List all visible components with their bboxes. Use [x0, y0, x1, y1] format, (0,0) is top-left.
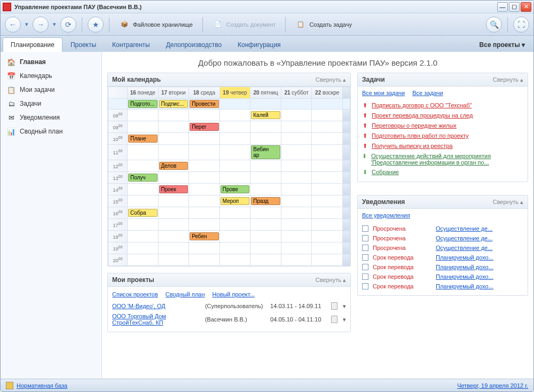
- cal-event[interactable]: Прове: [221, 185, 250, 193]
- notification-link[interactable]: Планируемый дохо...: [436, 273, 523, 280]
- tasks-collapse[interactable]: Свернуть ▴: [493, 76, 523, 83]
- minimize-button[interactable]: —: [497, 2, 508, 12]
- cal-day-header[interactable]: 19 четвер: [219, 87, 250, 99]
- notification-status[interactable]: Срок перевода: [373, 283, 431, 289]
- notification-link[interactable]: Осуществление де...: [436, 225, 523, 232]
- back-history-dropdown[interactable]: ▾: [23, 17, 30, 33]
- cal-day-header[interactable]: 21 суббот: [281, 87, 312, 99]
- notification-link[interactable]: Осуществление де...: [436, 235, 523, 241]
- notification-link[interactable]: Планируемый дохо...: [436, 264, 523, 270]
- notification-status[interactable]: Срок перевода: [373, 273, 431, 280]
- notification-checkbox[interactable]: [362, 273, 368, 280]
- back-button[interactable]: ←: [5, 17, 21, 33]
- notification-checkbox[interactable]: [362, 235, 368, 241]
- project-chart-icon[interactable]: [331, 316, 337, 323]
- cal-event[interactable]: Перег: [190, 123, 219, 131]
- tab-documents[interactable]: Делопроизводство: [158, 37, 230, 52]
- cal-day-header[interactable]: 20 пятниц: [250, 87, 281, 99]
- favorites-button[interactable]: ★: [88, 17, 104, 33]
- tasks-all-link[interactable]: Все задачи: [412, 90, 443, 96]
- cal-event[interactable]: Проек: [159, 185, 189, 193]
- notification-link[interactable]: Планируемый дохо...: [436, 254, 523, 261]
- sidebar-item-calendar[interactable]: 📅Календарь: [1, 69, 101, 83]
- notification-link[interactable]: Осуществление де...: [436, 245, 523, 251]
- notification-status[interactable]: Просрочена: [373, 225, 431, 232]
- projects-list-link[interactable]: Список проектов: [112, 291, 158, 297]
- project-chart-icon[interactable]: [331, 302, 337, 310]
- cal-day-header[interactable]: 17 вторни: [158, 87, 189, 99]
- task-link[interactable]: Собрание: [372, 169, 399, 175]
- project-dropdown-icon[interactable]: ▾: [343, 303, 346, 310]
- cal-allday-event[interactable]: Провести: [190, 100, 219, 108]
- cal-event[interactable]: Вебинар: [251, 145, 280, 159]
- tab-planning[interactable]: Планирование: [3, 37, 62, 52]
- cal-day-header[interactable]: 22 воскре: [312, 87, 343, 99]
- search-button[interactable]: 🔍: [486, 17, 502, 33]
- task-link[interactable]: Осуществление действий для мероприятия '…: [371, 153, 523, 166]
- project-name-link[interactable]: ООО 'М-Видео', ОД: [112, 303, 200, 309]
- priority-arrow-icon: ⬆: [362, 143, 367, 150]
- task-link[interactable]: Получить выписку из реестра: [372, 143, 453, 149]
- tab-config[interactable]: Конфигурация: [230, 37, 289, 52]
- notification-link[interactable]: Планируемый дохо...: [436, 283, 523, 289]
- cal-event[interactable]: Делов: [159, 162, 189, 170]
- projects-collapse[interactable]: Свернуть ▴: [316, 277, 346, 284]
- cal-event[interactable]: Плане: [128, 135, 158, 143]
- cal-event[interactable]: Собра: [128, 209, 158, 217]
- cal-event[interactable]: Ребен: [190, 232, 219, 240]
- cal-day-header[interactable]: 18 среда: [189, 87, 220, 99]
- project-name-link[interactable]: ООО Торговый Дом СтройТехСнаб, КП: [112, 313, 200, 326]
- normbase-link[interactable]: Нормативная база: [17, 382, 67, 389]
- notification-status[interactable]: Просрочена: [373, 235, 431, 241]
- notification-status[interactable]: Просрочена: [373, 245, 431, 251]
- notification-checkbox[interactable]: [362, 245, 368, 251]
- sidebar-item-mytasks[interactable]: 📋Мои задачи: [1, 83, 101, 97]
- sidebar-item-tasks[interactable]: 🗂Задачи: [1, 97, 101, 111]
- tab-contractors[interactable]: Контрагенты: [104, 37, 158, 52]
- notification-checkbox[interactable]: [362, 225, 368, 232]
- notification-status[interactable]: Срок перевода: [373, 264, 431, 270]
- notif-all-link[interactable]: Все уведомления: [362, 212, 410, 218]
- projects-new-link[interactable]: Новый проект...: [213, 291, 255, 297]
- cal-hour-label: 1600: [108, 207, 128, 219]
- notification-checkbox[interactable]: [362, 254, 368, 261]
- tasks-mine-link[interactable]: Все мои задачи: [362, 90, 405, 96]
- notification-checkbox[interactable]: [362, 264, 368, 270]
- create-task-button[interactable]: 📋 Создать задачу: [291, 17, 356, 32]
- project-dropdown-icon[interactable]: ▾: [343, 316, 346, 323]
- cal-event[interactable]: Калей: [251, 111, 280, 119]
- close-button[interactable]: ✕: [521, 2, 531, 12]
- maximize-button[interactable]: ▢: [509, 2, 520, 12]
- fullscreen-button[interactable]: ⛶: [513, 17, 529, 33]
- notification-status[interactable]: Срок перевода: [373, 254, 431, 261]
- status-date[interactable]: Четверг, 19 апреля 2012 г.: [457, 382, 528, 389]
- welcome-heading: Добро пожаловать в «Управление проектами…: [107, 56, 528, 73]
- calendar-collapse[interactable]: Свернуть ▴: [316, 76, 346, 83]
- task-link[interactable]: Подписать договор с ООО "Техснаб": [372, 102, 472, 108]
- cal-allday-event[interactable]: Подгото...: [128, 100, 158, 108]
- task-link[interactable]: Переговоры о передаче жилых: [372, 122, 457, 129]
- sidebar-item-home[interactable]: 🏠Главная: [1, 55, 101, 69]
- priority-arrow-icon: ⬆: [362, 132, 367, 139]
- projects-plan-link[interactable]: Сводный план: [166, 291, 205, 297]
- notification-row: Срок переводаПланируемый дохо...: [362, 281, 523, 291]
- tab-projects[interactable]: Проекты: [62, 37, 104, 52]
- forward-history-dropdown[interactable]: ▾: [51, 17, 58, 33]
- cal-allday-event[interactable]: Подпис...: [159, 100, 189, 108]
- notification-checkbox[interactable]: [362, 283, 368, 289]
- task-link[interactable]: Проект перевода процедуры на след: [372, 112, 473, 119]
- cal-event[interactable]: Мероп: [221, 197, 250, 205]
- file-storage-button[interactable]: 📦 Файловое хранилище: [115, 17, 197, 32]
- task-link[interactable]: Подготовить плвн работ по проекту: [372, 132, 469, 139]
- forward-button[interactable]: →: [33, 17, 49, 33]
- cal-event[interactable]: Празд: [251, 197, 280, 205]
- sidebar-item-plan[interactable]: 📊Сводный план: [1, 124, 101, 138]
- sidebar-item-notifications[interactable]: ✉Уведомления: [1, 111, 101, 124]
- all-projects-dropdown[interactable]: Все проекты ▾: [473, 38, 531, 52]
- create-document-button[interactable]: 📄 Создать документ: [208, 17, 280, 32]
- cal-event[interactable]: Получ: [128, 174, 158, 182]
- cal-day-header[interactable]: 16 понеде: [128, 87, 159, 99]
- tasks-icon: 🗂: [7, 99, 15, 108]
- notif-collapse[interactable]: Свернуть ▴: [493, 199, 523, 206]
- refresh-button[interactable]: ⟳: [60, 17, 76, 33]
